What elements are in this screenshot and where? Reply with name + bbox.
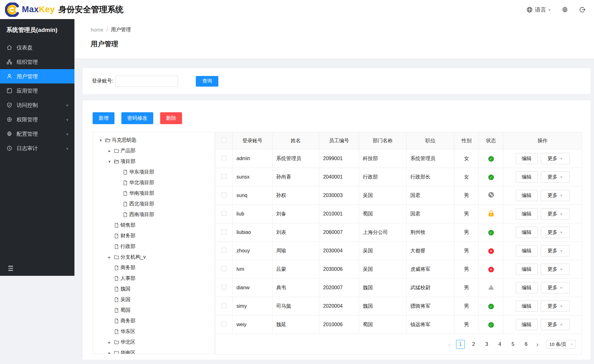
row-checkbox[interactable]: [221, 285, 226, 290]
more-button[interactable]: 更多∨: [541, 190, 570, 201]
chevron-down-icon: ∨: [560, 304, 563, 308]
more-button[interactable]: 更多∨: [541, 245, 570, 256]
tree-node[interactable]: 蜀国: [93, 305, 214, 316]
pagination-page-4[interactable]: 4: [495, 340, 504, 349]
gear-icon: [6, 131, 13, 137]
more-button[interactable]: 更多∨: [541, 227, 570, 238]
cell-emp-no: 2030003: [319, 186, 359, 205]
edit-button[interactable]: 编辑: [516, 301, 538, 312]
tree-node[interactable]: 商务部: [93, 316, 214, 326]
query-button[interactable]: 查询: [196, 76, 218, 87]
more-button[interactable]: 更多∨: [541, 264, 570, 275]
caret-right-icon[interactable]: ▸: [105, 351, 114, 354]
more-button[interactable]: 更多∨: [541, 153, 570, 164]
logout-icon[interactable]: [579, 6, 586, 13]
tree-node[interactable]: 人事部: [93, 273, 214, 284]
breadcrumb-home-link[interactable]: home: [91, 27, 103, 33]
edit-button[interactable]: 编辑: [516, 153, 538, 164]
row-checkbox[interactable]: [221, 192, 226, 197]
tree-node[interactable]: 西北项目部: [93, 199, 214, 209]
more-button[interactable]: 更多∨: [541, 208, 570, 220]
more-button[interactable]: 更多∨: [541, 171, 570, 183]
tree-node[interactable]: 行政部: [93, 241, 214, 252]
select-all-checkbox[interactable]: [221, 138, 226, 143]
pagination-next-button[interactable]: ›: [534, 341, 541, 347]
edit-button[interactable]: 编辑: [516, 227, 538, 238]
tree-node[interactable]: 华北项目部: [93, 177, 214, 188]
pagination-page-1[interactable]: 1: [456, 340, 465, 349]
tree-node[interactable]: 财务部: [93, 230, 214, 241]
caret-right-icon[interactable]: ▸: [105, 255, 114, 260]
login-account-input[interactable]: [115, 76, 178, 87]
tree-node[interactable]: 魏国: [93, 284, 214, 294]
edit-button[interactable]: 编辑: [516, 319, 538, 330]
page-size-select[interactable]: 10 条/页∨: [546, 340, 576, 349]
row-checkbox[interactable]: [221, 248, 226, 253]
more-button[interactable]: 更多∨: [541, 319, 570, 330]
menu-fold-icon[interactable]: [7, 265, 14, 272]
tree-node[interactable]: ▾项目部: [93, 156, 214, 167]
edit-button[interactable]: 编辑: [516, 171, 538, 183]
pagination-prev-button: ‹: [446, 341, 453, 347]
row-action-buttons: 编辑更多∨: [503, 171, 582, 183]
cell-status: ✕: [479, 242, 503, 260]
tree-node-label: 人事部: [120, 275, 135, 282]
tree-node[interactable]: 华南项目部: [93, 188, 214, 199]
tree-node[interactable]: ▸分支机构_v: [93, 252, 214, 262]
pagination-page-2[interactable]: 2: [469, 340, 478, 349]
sidebar-item-app[interactable]: 应用管理: [0, 83, 74, 98]
row-checkbox[interactable]: [221, 174, 226, 179]
caret-down-icon[interactable]: ▾: [105, 159, 114, 164]
column-header: 部门名称: [359, 132, 407, 149]
sidebar-item-label: 配置管理: [17, 130, 38, 138]
tree-node[interactable]: 华东区: [93, 326, 214, 337]
edit-button[interactable]: 编辑: [516, 245, 538, 256]
tree-node[interactable]: ▸华南区: [93, 347, 214, 354]
edit-button[interactable]: 编辑: [516, 208, 538, 220]
edit-button[interactable]: 编辑: [516, 282, 538, 293]
caret-right-icon[interactable]: ▸: [105, 340, 114, 345]
more-button-label: 更多: [547, 229, 557, 236]
more-button[interactable]: 更多∨: [541, 282, 570, 293]
edit-button[interactable]: 编辑: [516, 190, 538, 201]
more-button[interactable]: 更多∨: [541, 301, 570, 312]
modify-password-button[interactable]: 密码修改: [121, 112, 153, 124]
caret-right-icon[interactable]: ▸: [105, 149, 114, 153]
tree-node[interactable]: ▸华北区: [93, 337, 214, 347]
caret-down-icon[interactable]: ▾: [97, 138, 105, 143]
row-checkbox[interactable]: [221, 155, 226, 160]
sidebar-item-dashboard[interactable]: 仪表盘: [0, 40, 74, 55]
pagination-page-3[interactable]: 3: [482, 340, 491, 349]
settings-gear-icon[interactable]: [561, 6, 568, 13]
cell-title: 大都督: [407, 242, 454, 260]
tree-node[interactable]: ▸产品部: [93, 145, 214, 156]
row-checkbox[interactable]: [221, 211, 226, 216]
pagination-page-5[interactable]: 5: [509, 340, 517, 349]
sidebar-item-user[interactable]: 用户管理: [0, 69, 74, 83]
table-row: zhouy周瑜2030004吴国大都督男✕编辑更多∨: [216, 242, 582, 260]
app-icon: [6, 88, 13, 94]
add-button[interactable]: 新增: [93, 112, 114, 124]
sidebar-item-shield[interactable]: 访问控制∨: [0, 98, 74, 112]
row-checkbox[interactable]: [221, 303, 226, 308]
cell-actions: 编辑更多∨: [503, 260, 582, 279]
tree-node[interactable]: 西南项目部: [93, 209, 214, 220]
pagination-page-6[interactable]: 6: [522, 340, 531, 349]
row-checkbox[interactable]: [221, 266, 226, 271]
tree-node[interactable]: 吴国: [93, 294, 214, 305]
sidebar-item-gem[interactable]: 权限管理∨: [0, 112, 74, 127]
edit-button[interactable]: 编辑: [516, 264, 538, 275]
delete-button[interactable]: 删除: [160, 112, 182, 124]
row-checkbox[interactable]: [221, 229, 226, 234]
language-switch[interactable]: 语言 ∨: [526, 6, 551, 13]
tree-node[interactable]: ▾马克思钥匙: [93, 135, 214, 145]
sidebar-item-clock[interactable]: 日志审计∨: [0, 141, 74, 155]
cell-name: 魏延: [272, 316, 319, 334]
tree-node[interactable]: 商务部: [93, 262, 214, 273]
sidebar-item-org[interactable]: 组织管理: [0, 55, 74, 69]
row-checkbox[interactable]: [221, 321, 226, 326]
tree-node[interactable]: 销售部: [93, 220, 214, 230]
sidebar-item-gear[interactable]: 配置管理∨: [0, 127, 74, 141]
tree-node[interactable]: 华东项目部: [93, 167, 214, 177]
file-icon: [114, 307, 119, 313]
